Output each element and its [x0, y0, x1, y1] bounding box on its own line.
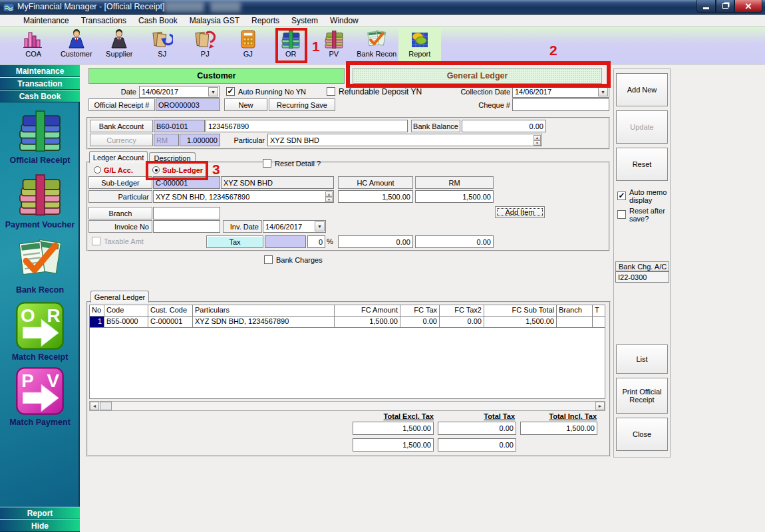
close-button[interactable]: ✕: [734, 0, 762, 13]
bank-account-number-field[interactable]: 1234567890: [206, 120, 408, 132]
branch-field[interactable]: [153, 207, 220, 219]
sidebar-item-match-receipt[interactable]: Match Receipt: [0, 352, 80, 362]
bank-recon-icon[interactable]: [15, 235, 65, 284]
reset-button[interactable]: Reset: [616, 148, 668, 181]
bank-charges-label: Bank Charges: [276, 255, 323, 265]
toolbar-customer-button[interactable]: Customer: [55, 27, 98, 63]
bank-account-code-field[interactable]: B60-0101: [154, 120, 205, 132]
currency-button[interactable]: Currency: [90, 134, 153, 146]
menu-cash-book[interactable]: Cash Book: [132, 15, 184, 26]
print-official-receipt-button[interactable]: Print Official Receipt: [616, 378, 668, 414]
sidebar-section-cash-book[interactable]: Cash Book: [0, 90, 80, 102]
recurring-save-button[interactable]: Recurring Save: [269, 98, 335, 111]
gl-acc-radio[interactable]: [94, 166, 101, 174]
update-button[interactable]: Update: [616, 110, 668, 144]
bank-chg-ac-label: Bank Chg. A/C :: [615, 261, 669, 271]
annotation-number-2: 2: [549, 43, 557, 59]
bank-chg-ac-field[interactable]: I22-0300: [615, 271, 669, 283]
toolbar-sj-button[interactable]: SJ: [141, 27, 184, 63]
rm-amount-field[interactable]: 1,500.00: [415, 190, 494, 203]
sidebar-item-match-payment[interactable]: Match Payment: [0, 418, 80, 427]
hc-amount-field[interactable]: 1,500.00: [338, 190, 413, 203]
sidebar-item-payment-voucher[interactable]: Payment Voucher: [0, 220, 80, 229]
detail-particular-field[interactable]: XYZ SDN BHD, 1234567890▲▼: [153, 190, 334, 203]
sidebar-report-bar[interactable]: Report: [0, 507, 80, 519]
auto-running-checkbox[interactable]: ✓: [226, 87, 235, 96]
tab-customer[interactable]: Customer: [88, 68, 345, 84]
official-receipt-number-field[interactable]: ORO000003: [156, 98, 220, 111]
reset-detail-checkbox[interactable]: [263, 159, 271, 168]
reset-after-save-checkbox[interactable]: [617, 210, 626, 219]
title-bar: MyFinancial Manager - [Official Receipt]…: [0, 0, 765, 15]
toolbar-label: COA: [25, 50, 41, 58]
match-payment-icon[interactable]: PV: [15, 366, 65, 416]
sidebar-section-transaction[interactable]: Transaction: [0, 77, 80, 90]
particular-field[interactable]: XYZ SDN BHD▲▼: [267, 134, 542, 146]
bank-account-button[interactable]: Bank Account: [90, 120, 153, 132]
close-form-button[interactable]: Close: [616, 418, 668, 451]
branch-button[interactable]: Branch: [88, 207, 152, 219]
date-combo[interactable]: 14/06/2017▼: [139, 86, 220, 98]
toolbar-supplier-button[interactable]: Supplier: [98, 27, 141, 63]
gl-acc-radio-label[interactable]: G/L Acc.: [104, 166, 133, 175]
toolbar-report-button[interactable]: Report: [398, 27, 442, 63]
tab-general-ledger-grid[interactable]: General Ledger: [90, 291, 149, 303]
inv-date-combo[interactable]: 14/06/2017▼: [263, 220, 326, 233]
tax-button[interactable]: Tax: [206, 235, 263, 248]
new-button[interactable]: New: [224, 98, 267, 111]
bank-recon-icon: [366, 29, 387, 50]
table-header-row: NoCodeCust. CodeParticularsFC AmountFC T…: [90, 305, 605, 317]
refundable-checkbox[interactable]: [327, 87, 335, 96]
bank-charges-checkbox[interactable]: [264, 255, 273, 264]
sidebar-item-bank-recon[interactable]: Bank Recon: [0, 285, 80, 295]
toolbar-pj-button[interactable]: PJ: [184, 27, 227, 63]
add-new-button[interactable]: Add New: [616, 73, 668, 106]
tax-percent-field[interactable]: 0: [307, 235, 325, 248]
auto-memo-checkbox[interactable]: ✓: [617, 192, 626, 200]
bank-balance-field: 0.00: [462, 120, 546, 132]
chevron-down-icon[interactable]: ▼: [315, 221, 325, 231]
taxable-amt-checkbox[interactable]: [92, 237, 100, 245]
scroll-left-icon[interactable]: ◄: [90, 402, 99, 410]
menu-system[interactable]: System: [285, 15, 324, 26]
scroll-right-icon[interactable]: ►: [595, 402, 605, 410]
toolbar-gj-button[interactable]: GJ: [227, 27, 270, 63]
sidebar-hide-bar[interactable]: Hide: [0, 519, 80, 532]
menu-reports[interactable]: Reports: [245, 15, 285, 26]
detail-particular-label: Particular: [88, 190, 152, 203]
official-receipt-icon[interactable]: [15, 106, 65, 155]
total-excl-tax-field2: 1,500.00: [353, 438, 434, 452]
tab-ledger-account[interactable]: Ledger Account: [89, 151, 148, 163]
official-receipt-number-button[interactable]: Official Receipt #: [88, 98, 155, 111]
menu-maintenance[interactable]: Maintenance: [17, 15, 75, 26]
list-button[interactable]: List: [616, 344, 668, 374]
spinner[interactable]: ▲▼: [534, 135, 541, 145]
chevron-down-icon[interactable]: ▼: [598, 87, 608, 96]
window-controls: ✕: [696, 0, 762, 13]
menu-window[interactable]: Window: [324, 15, 365, 26]
scrollbar-thumb[interactable]: [100, 402, 112, 410]
currency-rate-field[interactable]: 1.000000: [180, 134, 220, 146]
auto-memo-label: Auto memo display: [629, 188, 671, 204]
add-item-button[interactable]: Add Item: [495, 206, 545, 218]
sidebar-item-official-receipt[interactable]: Official Receipt: [0, 156, 80, 165]
maximize-button[interactable]: [716, 0, 734, 13]
cheque-field[interactable]: [512, 98, 609, 111]
table-row[interactable]: 1B55-0000C-000001XYZ SDN BHD, 1234567890…: [90, 317, 605, 328]
menu-transactions[interactable]: Transactions: [75, 15, 132, 26]
sidebar-section-maintenance[interactable]: Maintenance: [0, 65, 80, 77]
minimize-button[interactable]: [696, 0, 716, 13]
horizontal-scrollbar[interactable]: ◄ ►: [89, 401, 605, 411]
tax-code-field[interactable]: [265, 235, 306, 248]
spinner[interactable]: ▲▼: [325, 192, 333, 201]
payment-voucher-icon[interactable]: [15, 170, 65, 219]
general-journal-icon: [237, 29, 259, 50]
payment-voucher-icon: [323, 29, 345, 50]
invoice-no-field[interactable]: [153, 220, 220, 233]
chevron-down-icon[interactable]: ▼: [208, 87, 218, 96]
match-receipt-icon[interactable]: OR: [15, 301, 65, 350]
toolbar-coa-button[interactable]: COA: [12, 27, 55, 63]
toolbar-bank-recon-button[interactable]: Bank Recon: [355, 27, 398, 63]
sub-ledger-button[interactable]: Sub-Ledger: [88, 176, 152, 189]
menu-malaysia-gst[interactable]: Malaysia GST: [184, 15, 245, 26]
